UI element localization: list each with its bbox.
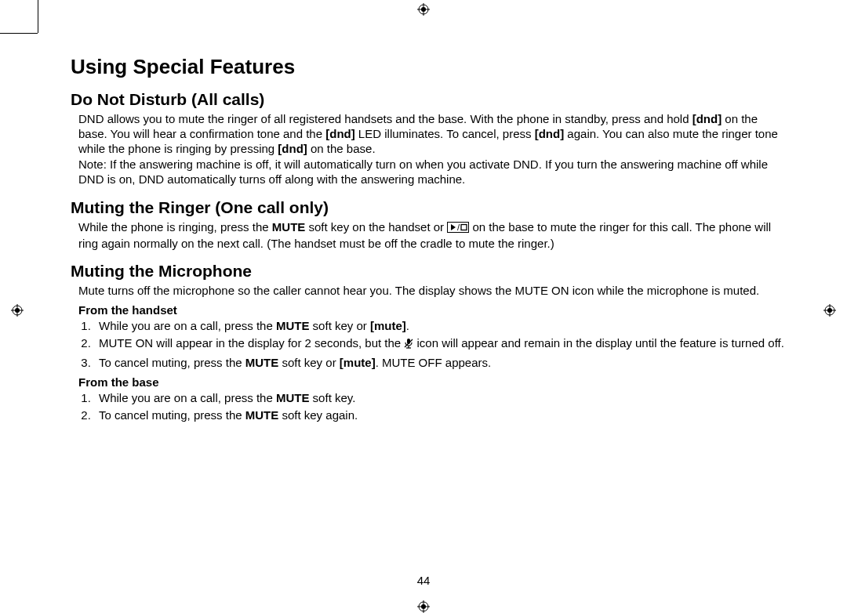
bold-key: [dnd] <box>535 127 564 140</box>
registration-mark-icon <box>417 600 430 613</box>
text: . MUTE OFF appears. <box>376 356 492 369</box>
crop-mark-line <box>38 0 38 33</box>
bold-key: MUTE <box>245 356 279 369</box>
text: LED illuminates. To cancel, press <box>355 127 535 140</box>
text: MUTE ON will appear in the display for 2… <box>99 336 404 350</box>
bold-key: [mute] <box>340 356 376 369</box>
page-title: Using Special Features <box>71 55 784 79</box>
text: . <box>406 319 409 332</box>
section-heading-ringer: Muting the Ringer (One call only) <box>71 198 784 217</box>
page-content: Using Special Features Do Not Disturb (A… <box>71 55 784 425</box>
list-item: While you are on a call, press the MUTE … <box>94 318 784 334</box>
bold-key: [dnd] <box>325 127 354 140</box>
text: icon will appear and remain in the displ… <box>413 336 784 350</box>
page-number: 44 <box>0 574 847 587</box>
text: While you are on a call, press the <box>99 391 276 404</box>
bold-key: MUTE <box>272 220 306 234</box>
paragraph-ringer: While the phone is ringing, press the MU… <box>78 220 784 252</box>
text: To cancel muting, press the <box>99 408 245 422</box>
text: While the phone is ringing, press the <box>78 220 272 234</box>
bold-key: MUTE <box>276 319 310 332</box>
bold-key: MUTE <box>276 391 310 404</box>
text: soft key or <box>309 319 370 332</box>
list-item: While you are on a call, press the MUTE … <box>94 390 784 406</box>
list-item: MUTE ON will appear in the display for 2… <box>94 335 784 353</box>
list-base: While you are on a call, press the MUTE … <box>78 390 784 424</box>
svg-text:/: / <box>457 223 460 232</box>
text: To cancel muting, press the <box>99 356 245 369</box>
text: While you are on a call, press the <box>99 319 276 332</box>
svg-rect-19 <box>461 224 467 230</box>
play-stop-icon: / <box>447 222 469 237</box>
text: on the base. <box>307 142 376 155</box>
paragraph-dnd-2: Note: If the answering machine is off, i… <box>78 158 784 187</box>
list-item: To cancel muting, press the MUTE soft ke… <box>94 355 784 371</box>
text: soft key. <box>309 391 355 404</box>
bold-key: MUTE <box>245 408 279 422</box>
mic-mute-icon <box>404 337 413 353</box>
list-handset: While you are on a call, press the MUTE … <box>78 318 784 371</box>
subheading-handset: From the handset <box>78 303 784 317</box>
bold-key: [dnd] <box>693 112 722 125</box>
svg-marker-17 <box>451 224 456 230</box>
paragraph-dnd-1: DND allows you to mute the ringer of all… <box>78 112 784 156</box>
crop-mark-line <box>0 33 38 34</box>
registration-mark-icon <box>417 3 430 16</box>
text: soft key or <box>278 356 340 369</box>
text: DND allows you to mute the ringer of all… <box>78 112 693 125</box>
text: soft key again. <box>278 408 358 422</box>
text: soft key on the handset or <box>305 220 447 234</box>
list-item: To cancel muting, press the MUTE soft ke… <box>94 408 784 423</box>
subheading-base: From the base <box>78 375 784 389</box>
paragraph-mic-intro: Mute turns off the microphone so the cal… <box>78 284 784 299</box>
bold-key: [mute] <box>370 319 406 332</box>
section-heading-dnd: Do Not Disturb (All calls) <box>71 90 784 109</box>
section-heading-mic: Muting the Microphone <box>71 262 784 281</box>
bold-key: [dnd] <box>278 142 307 155</box>
registration-mark-icon <box>11 304 24 317</box>
registration-mark-icon <box>823 304 836 317</box>
